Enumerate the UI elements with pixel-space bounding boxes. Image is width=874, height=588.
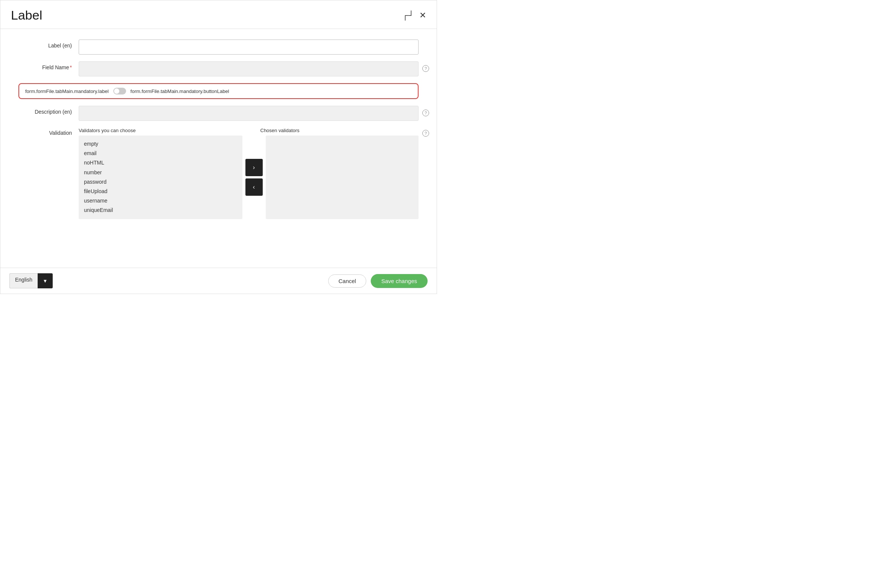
validators-chosen-header: Chosen validators	[260, 128, 419, 133]
validation-headers: Validators you can choose Chosen validat…	[79, 128, 419, 133]
validator-arrows: › ‹	[242, 136, 266, 219]
list-item[interactable]: noHTML	[84, 158, 237, 168]
description-en-label: Description (en)	[18, 106, 79, 115]
add-validator-button[interactable]: ›	[245, 159, 263, 176]
validators-chosen-list[interactable]	[266, 136, 419, 219]
expand-icon[interactable]: ┌┘	[402, 11, 414, 20]
language-select-container: English ▼	[9, 273, 53, 288]
description-en-row: Description (en) ?	[18, 106, 419, 121]
mandatory-button-label: form.formFile.tabMain.mandatory.buttonLa…	[131, 88, 229, 94]
dialog-body: Label (en) Field Name* ? form.formFile.t…	[0, 29, 437, 268]
close-icon[interactable]: ✕	[419, 11, 426, 20]
field-name-input[interactable]	[79, 61, 419, 76]
save-button[interactable]: Save changes	[371, 274, 428, 288]
list-item[interactable]: empty	[84, 139, 237, 149]
mandatory-row: form.formFile.tabMain.mandatory.label fo…	[18, 83, 419, 99]
footer-actions: Cancel Save changes	[328, 274, 428, 288]
validation-panels: empty email noHTML number password fileU…	[79, 136, 419, 219]
dialog-footer: English ▼ Cancel Save changes	[0, 268, 437, 294]
validators-available-header: Validators you can choose	[79, 128, 237, 133]
validation-help-icon[interactable]: ?	[422, 130, 429, 137]
list-item[interactable]: username	[84, 196, 237, 206]
description-en-input[interactable]	[79, 106, 419, 121]
language-dropdown-button[interactable]: ▼	[38, 273, 53, 288]
validation-row: Validation Validators you can choose Cho…	[18, 128, 419, 219]
remove-validator-button[interactable]: ‹	[245, 178, 263, 196]
list-item[interactable]: uniqueEmail	[84, 206, 237, 215]
label-en-label: Label (en)	[18, 40, 79, 49]
field-name-row: Field Name* ?	[18, 61, 419, 76]
validators-available-list[interactable]: empty email noHTML number password fileU…	[79, 136, 242, 219]
description-en-help-icon[interactable]: ?	[422, 110, 429, 116]
list-item[interactable]: number	[84, 168, 237, 177]
header-actions: ┌┘ ✕	[402, 11, 426, 20]
dialog: Label ┌┘ ✕ Label (en) Field Name* ? form…	[0, 0, 437, 294]
dialog-header: Label ┌┘ ✕	[0, 0, 437, 29]
mandatory-label-text: form.formFile.tabMain.mandatory.label	[25, 88, 109, 94]
dialog-title: Label	[11, 8, 42, 23]
list-item[interactable]: fileUpload	[84, 187, 237, 196]
mandatory-toggle[interactable]	[113, 88, 126, 94]
validation-label: Validation	[18, 128, 79, 136]
required-star: *	[70, 64, 72, 70]
cancel-button[interactable]: Cancel	[328, 274, 366, 288]
validation-content: Validators you can choose Chosen validat…	[79, 128, 419, 219]
list-item[interactable]: email	[84, 149, 237, 158]
list-item[interactable]: password	[84, 177, 237, 187]
label-en-input[interactable]	[79, 40, 419, 55]
language-select-label[interactable]: English	[9, 273, 38, 288]
chevron-down-icon: ▼	[43, 278, 47, 284]
label-en-row: Label (en)	[18, 40, 419, 55]
field-name-help-icon[interactable]: ?	[422, 65, 429, 72]
field-name-label: Field Name*	[18, 61, 79, 70]
